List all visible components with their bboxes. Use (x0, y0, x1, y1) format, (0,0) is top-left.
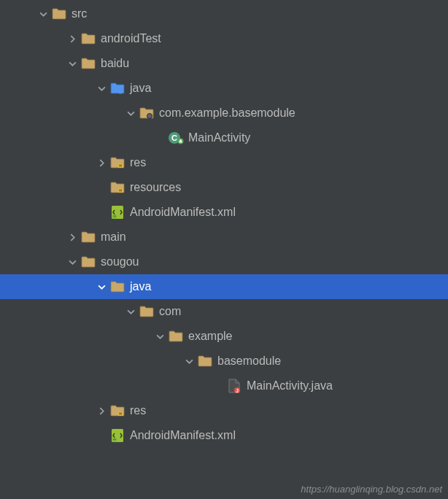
tree-item-androidTest[interactable]: androidTest (0, 26, 448, 51)
android-manifest-icon (109, 204, 125, 220)
svg-point-23 (112, 438, 117, 442)
tree-item-label: androidTest (101, 32, 161, 45)
tree-item-sougou-manifest[interactable]: AndroidManifest.xml (0, 423, 448, 448)
tree-item-label: resources (130, 181, 181, 194)
tree-item-src[interactable]: src (0, 1, 448, 26)
spacer (153, 131, 166, 144)
tree-item-baidu-java[interactable]: java (0, 76, 448, 101)
chevron-down-icon[interactable] (66, 255, 79, 268)
tree-item-main[interactable]: main (0, 225, 448, 250)
tree-item-sougou-example[interactable]: example (0, 324, 448, 349)
svg-point-1 (147, 114, 152, 119)
svg-rect-5 (179, 139, 182, 141)
tree-item-label: java (130, 280, 151, 293)
tree-item-label: MainActivity (188, 131, 250, 144)
tree-item-label: example (188, 330, 232, 343)
resources-folder-icon (109, 179, 125, 196)
folder-icon (80, 55, 96, 71)
svg-rect-21 (121, 413, 122, 415)
svg-rect-8 (120, 165, 120, 167)
folder-icon (80, 254, 96, 270)
tree-item-baidu-res[interactable]: res (0, 150, 448, 175)
tree-item-baidu[interactable]: baidu (0, 51, 448, 76)
watermark: https://huanglinqing.blog.csdn.net (301, 484, 442, 495)
svg-point-16 (115, 216, 115, 217)
svg-rect-20 (120, 413, 120, 415)
source-folder-icon (109, 80, 125, 96)
tree-item-label: res (130, 156, 146, 169)
tree-item-baidu-main[interactable]: C MainActivity (0, 125, 448, 150)
package-icon (139, 105, 155, 121)
folder-icon (80, 31, 96, 47)
java-file-error-icon: J (226, 378, 242, 394)
project-tree: src androidTest baidu java com.example.b… (0, 0, 448, 448)
svg-point-25 (115, 439, 115, 440)
tree-item-label: main (101, 231, 126, 244)
spacer (95, 206, 108, 219)
tree-item-label: MainActivity.java (247, 379, 333, 392)
svg-rect-9 (121, 165, 122, 167)
folder-icon (80, 229, 96, 245)
android-manifest-icon (109, 428, 125, 444)
spacer (95, 429, 108, 442)
tree-item-label: com.example.basemodule (159, 107, 296, 120)
java-class-icon: C (168, 130, 184, 146)
svg-point-0 (118, 89, 123, 94)
tree-item-sougou-res[interactable]: res (0, 398, 448, 423)
chevron-down-icon[interactable] (95, 280, 108, 293)
folder-icon (109, 279, 125, 295)
tree-item-sougou-com[interactable]: com (0, 299, 448, 324)
tree-item-baidu-manifest[interactable]: AndroidManifest.xml (0, 200, 448, 225)
spacer (212, 379, 225, 392)
chevron-right-icon[interactable] (66, 231, 79, 244)
tree-item-label: basemodule (217, 355, 281, 368)
chevron-right-icon[interactable] (66, 32, 79, 45)
chevron-down-icon[interactable] (124, 107, 137, 120)
chevron-down-icon[interactable] (95, 82, 108, 95)
tree-item-label: baidu (101, 57, 129, 70)
folder-icon (139, 303, 155, 320)
chevron-down-icon[interactable] (182, 355, 196, 368)
svg-rect-11 (120, 190, 120, 192)
svg-point-14 (112, 214, 117, 219)
svg-text:C: C (171, 134, 177, 142)
tree-item-label: java (130, 82, 151, 95)
tree-item-sougou[interactable]: sougou (0, 250, 448, 274)
tree-item-label: src (72, 7, 87, 20)
resources-folder-icon (109, 155, 125, 171)
tree-item-label: AndroidManifest.xml (130, 429, 236, 442)
folder-icon (51, 6, 67, 22)
svg-rect-12 (121, 190, 122, 192)
tree-item-baidu-resources[interactable]: resources (0, 175, 448, 200)
svg-point-15 (113, 216, 114, 217)
folder-icon (168, 328, 184, 344)
tree-item-sougou-main[interactable]: J MainActivity.java (0, 374, 448, 398)
tree-item-sougou-java[interactable]: java (0, 274, 448, 299)
tree-item-label: sougou (101, 255, 139, 268)
tree-item-label: AndroidManifest.xml (130, 206, 236, 219)
chevron-right-icon[interactable] (95, 156, 108, 169)
tree-item-label: com (159, 305, 181, 318)
folder-icon (197, 353, 213, 369)
chevron-down-icon[interactable] (36, 7, 50, 20)
spacer (95, 181, 108, 194)
resources-folder-icon (109, 403, 125, 419)
chevron-down-icon[interactable] (66, 57, 79, 70)
tree-item-baidu-pkg[interactable]: com.example.basemodule (0, 101, 448, 125)
tree-item-sougou-basemod[interactable]: basemodule (0, 349, 448, 374)
chevron-down-icon[interactable] (153, 330, 166, 343)
chevron-right-icon[interactable] (95, 404, 108, 417)
svg-text:J: J (236, 388, 239, 393)
tree-item-label: res (130, 404, 146, 417)
chevron-down-icon[interactable] (124, 305, 137, 318)
svg-rect-6 (179, 141, 182, 143)
svg-point-24 (113, 439, 114, 440)
